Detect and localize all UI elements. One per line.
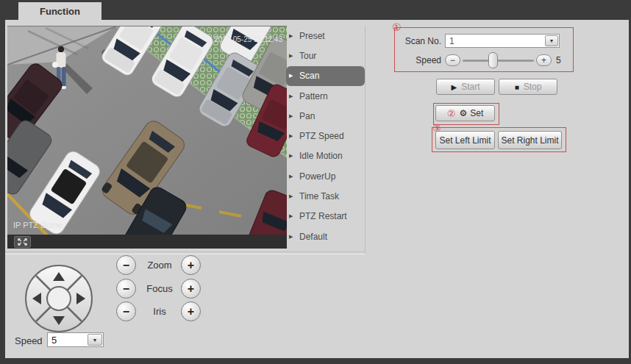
menu-item-ptz-restart[interactable]: ▶ PTZ Restart	[286, 207, 365, 226]
gear-icon: ⚙	[459, 108, 467, 118]
iris-label: Iris	[140, 306, 179, 317]
menu-item-pattern[interactable]: ▶ Pattern	[286, 86, 365, 106]
chevron-right-icon: ▶	[289, 234, 298, 240]
menu-divider	[365, 26, 366, 254]
speed-plus-button[interactable]: +	[536, 54, 552, 66]
menu-item-tour[interactable]: ▶ Tour	[286, 46, 365, 65]
ptz-direction-pad[interactable]	[24, 263, 94, 334]
annotation-1: ①	[392, 22, 402, 32]
speed-minus-button[interactable]: −	[445, 54, 460, 66]
section-divider	[5, 251, 366, 254]
set-right-limit-button[interactable]: Set Right Limit	[498, 131, 562, 149]
video-preview[interactable]: 2017-05-25 15:12:43 IP PTZ Dome	[7, 26, 287, 235]
iris-minus-button[interactable]: −	[116, 301, 136, 321]
menu-item-pan[interactable]: ▶ Pan	[286, 106, 365, 126]
scan-speed-label: Speed	[409, 55, 441, 65]
stop-button[interactable]: ■ Stop	[499, 79, 557, 95]
zoom-minus-button[interactable]: −	[116, 255, 136, 275]
video-toolbar	[7, 235, 287, 249]
scan-no-select[interactable]: 1 ▼	[445, 34, 560, 48]
video-feed: 2017-05-25 15:12:43 IP PTZ Dome	[7, 26, 287, 235]
menu-item-default[interactable]: ▶ Default	[286, 226, 365, 246]
speed-slider-track	[463, 60, 534, 62]
menu-item-idle-motion[interactable]: ▶ Idle Motion	[286, 146, 365, 166]
menu-item-preset[interactable]: ▶ Preset	[286, 26, 365, 46]
zoom-label: Zoom	[140, 260, 179, 271]
focus-label: Focus	[140, 283, 179, 294]
speed-slider-thumb[interactable]	[488, 52, 498, 68]
speed-value: 5	[556, 55, 561, 65]
fullscreen-icon[interactable]	[14, 236, 31, 248]
focus-minus-button[interactable]: −	[116, 279, 136, 299]
chevron-right-icon: ▶	[289, 193, 298, 199]
ptz-speed-select[interactable]: 5 ▼	[47, 332, 104, 347]
focus-plus-button[interactable]: +	[181, 279, 201, 299]
chevron-right-icon: ▶	[289, 174, 298, 179]
chevron-right-icon: ▶	[289, 73, 298, 79]
menu-item-time-task[interactable]: ▶ Time Task	[286, 186, 365, 206]
set-left-limit-button[interactable]: Set Left Limit	[435, 131, 495, 149]
play-icon: ▶	[451, 83, 457, 91]
stop-icon: ■	[515, 83, 519, 91]
video-timestamp: 2017-05-25 15:12:43	[214, 35, 282, 43]
chevron-right-icon: ▶	[289, 53, 298, 59]
set-button[interactable]: ② ⚙ Set	[435, 105, 495, 121]
chevron-right-icon: ▶	[289, 213, 298, 219]
chevron-down-icon[interactable]: ▼	[88, 334, 102, 346]
start-button[interactable]: ▶ Start	[436, 79, 495, 95]
iris-plus-button[interactable]: +	[181, 301, 201, 321]
menu-item-ptz-speed[interactable]: ▶ PTZ Speed	[286, 126, 365, 146]
chevron-right-icon: ▶	[289, 93, 298, 99]
annotation-2: ②	[447, 108, 456, 119]
tab-function[interactable]: Function	[18, 2, 101, 21]
chevron-right-icon: ▶	[289, 153, 298, 159]
menu-item-scan[interactable]: ▶ Scan	[286, 66, 365, 86]
chevron-down-icon[interactable]: ▼	[545, 35, 558, 46]
ptz-speed-label: Speed	[15, 335, 43, 346]
video-osd-label: IP PTZ Dome	[13, 221, 62, 229]
annotation-3: ③	[432, 124, 441, 134]
main-content: 2017-05-25 15:12:43 IP PTZ Dome ▶ Preset…	[5, 20, 629, 358]
chevron-right-icon: ▶	[289, 33, 298, 39]
scan-no-label: Scan No.	[399, 36, 441, 46]
chevron-right-icon: ▶	[289, 133, 298, 139]
zoom-plus-button[interactable]: +	[181, 255, 201, 275]
function-menu: ▶ Preset ▶ Tour ▶ Scan ▶ Pattern ▶ Pan ▶…	[286, 26, 365, 246]
chevron-right-icon: ▶	[289, 113, 298, 119]
menu-item-powerup[interactable]: ▶ PowerUp	[286, 166, 365, 186]
ptz-center-button[interactable]	[47, 287, 71, 310]
